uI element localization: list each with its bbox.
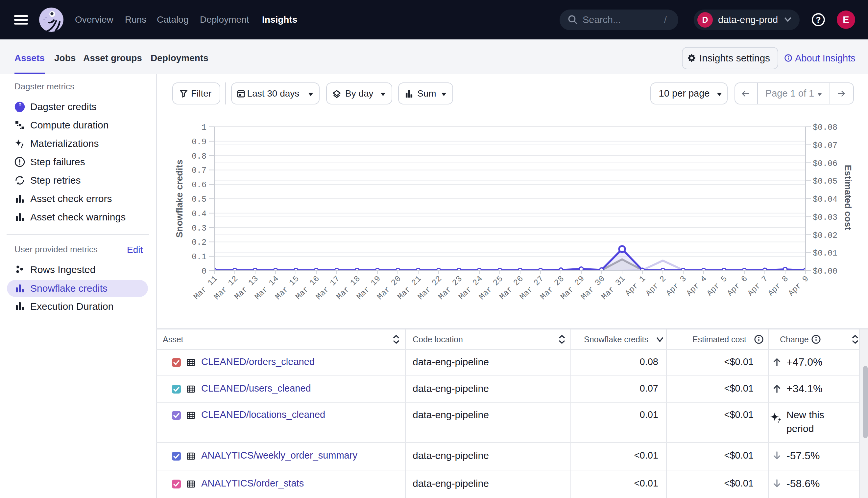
svg-text:Apr 7: Apr 7: [746, 274, 770, 298]
svg-text:0.9: 0.9: [192, 137, 206, 147]
svg-text:$0.08: $0.08: [813, 123, 838, 132]
svg-text:0.6: 0.6: [192, 180, 206, 190]
svg-text:Apr 4: Apr 4: [685, 274, 709, 298]
svg-text:$0.07: $0.07: [813, 141, 838, 150]
svg-text:0.5: 0.5: [192, 195, 206, 204]
svg-text:0: 0: [202, 267, 206, 276]
svg-text:$0.05: $0.05: [813, 177, 838, 186]
svg-text:Apr 5: Apr 5: [705, 274, 729, 298]
svg-text:0.7: 0.7: [192, 166, 206, 175]
svg-text:Apr 3: Apr 3: [664, 274, 689, 298]
svg-text:$0.06: $0.06: [813, 159, 838, 169]
svg-text:Apr 9: Apr 9: [787, 274, 811, 298]
svg-text:Snowflake credits: Snowflake credits: [174, 160, 184, 238]
svg-text:Apr 6: Apr 6: [725, 274, 750, 298]
svg-text:$0.02: $0.02: [813, 231, 838, 240]
svg-text:Apr 1: Apr 1: [623, 274, 648, 298]
svg-text:0.2: 0.2: [192, 238, 206, 247]
svg-text:?: ?: [816, 15, 821, 24]
svg-text:$0.00: $0.00: [813, 267, 838, 276]
svg-text:0.1: 0.1: [192, 252, 206, 262]
svg-text:1: 1: [202, 123, 206, 132]
svg-text:0.3: 0.3: [192, 224, 206, 233]
svg-text:$0.04: $0.04: [813, 195, 838, 204]
svg-text:$0.01: $0.01: [813, 249, 838, 258]
svg-text:$0.03: $0.03: [813, 213, 838, 222]
svg-text:0.8: 0.8: [192, 152, 206, 161]
svg-text:Estimated cost: Estimated cost: [843, 165, 853, 230]
svg-text:Apr 2: Apr 2: [644, 274, 668, 298]
svg-text:0.4: 0.4: [192, 209, 206, 219]
svg-text:Apr 8: Apr 8: [766, 274, 790, 298]
